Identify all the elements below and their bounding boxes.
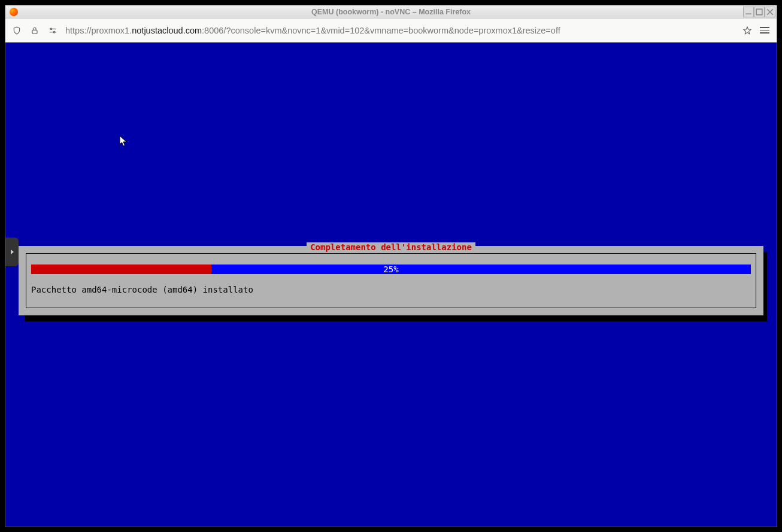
url-host: notjustacloud.com [132,26,202,35]
installer-title: Completamento dell'installazione [307,242,475,252]
lock-icon[interactable] [29,25,40,36]
url-suffix: :8006/?console=kvm&novnc=1&vmid=102&vmna… [202,26,560,35]
svg-point-5 [50,28,52,30]
permissions-icon[interactable] [47,25,58,36]
bookmark-star-icon[interactable] [742,25,753,36]
maximize-button[interactable] [754,7,765,17]
cursor-icon [119,135,128,147]
installer-dialog: Completamento dell'installazione 25% Pac… [19,246,763,315]
hamburger-menu-icon[interactable] [760,25,771,36]
close-button[interactable] [765,7,775,17]
shield-icon[interactable] [11,25,22,36]
url-bar[interactable]: https://proxmox1.notjustacloud.com:8006/… [65,22,735,39]
window-controls [743,7,775,17]
progress-bar: 25% [31,265,751,274]
installer-status: Pacchetto amd64-microcode (amd64) instal… [31,285,751,294]
firefox-window: QEMU (bookworm) - noVNC – Mozilla Firefo… [5,5,777,527]
svg-point-8 [53,31,55,33]
novnc-panel-toggle[interactable] [5,238,19,266]
url-prefix: https://proxmox1. [65,26,132,35]
window-title: QEMU (bookworm) - noVNC – Mozilla Firefo… [5,8,777,16]
svg-marker-12 [120,136,126,146]
svg-rect-1 [756,9,762,15]
browser-toolbar: https://proxmox1.notjustacloud.com:8006/… [5,19,777,42]
svg-rect-4 [32,30,37,34]
svg-marker-11 [744,27,751,34]
window-titlebar[interactable]: QEMU (bookworm) - noVNC – Mozilla Firefo… [5,5,777,19]
firefox-icon [9,7,19,17]
vnc-console[interactable]: Completamento dell'installazione 25% Pac… [5,42,777,527]
progress-label: 25% [31,265,751,274]
minimize-button[interactable] [743,7,754,17]
